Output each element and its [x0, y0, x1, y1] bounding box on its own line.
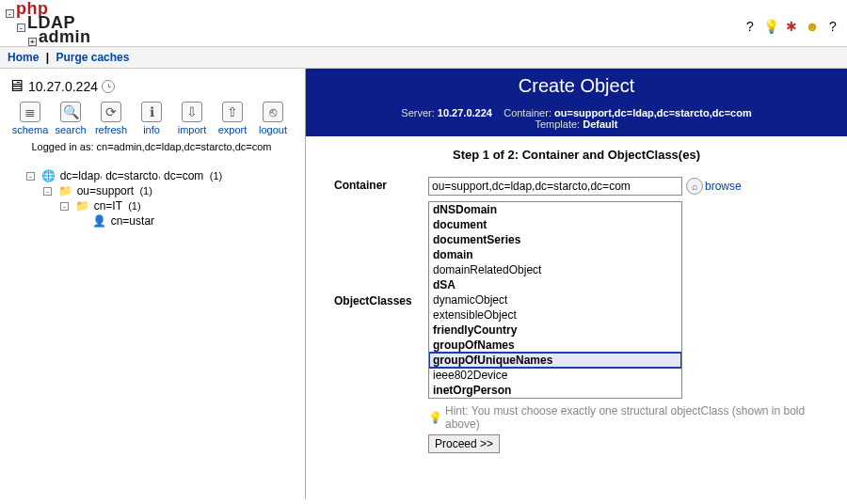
info-tool[interactable]: ℹinfo	[133, 102, 170, 135]
node-count: (1)	[128, 200, 140, 212]
top-bar: -php -LDAP +admin ? 💡 ✱ ☻ ?	[0, 0, 847, 46]
logout-tool[interactable]: ⎋logout	[254, 102, 292, 135]
search-tool[interactable]: 🔍search	[52, 102, 89, 135]
browse-icon[interactable]: ⌕	[686, 178, 703, 195]
clock-icon[interactable]	[102, 80, 115, 93]
tree-ou-support[interactable]: ou=support	[77, 184, 134, 197]
folder-icon: 📁	[75, 199, 88, 213]
objectclass-option[interactable]: friendlyCountry	[429, 323, 681, 338]
server-heading: 🖥 10.27.0.224	[4, 74, 299, 102]
schema-label: schema	[12, 124, 49, 135]
search-icon: 🔍	[60, 102, 81, 122]
login-dn: cn=admin,dc=ldap,dc=starcto,dc=com	[97, 141, 272, 152]
tree-root[interactable]: dc=ldap, dc=starcto, dc=com	[60, 169, 207, 182]
page-subtitle: Server: 10.27.0.224 Container: ou=suppor…	[306, 103, 847, 136]
bulb-icon[interactable]: 💡	[762, 19, 779, 36]
logout-icon: ⎋	[263, 102, 283, 122]
step-heading: Step 1 of 2: Container and ObjectClass(e…	[306, 136, 847, 177]
refresh-label: refresh	[95, 124, 127, 135]
right-pane: Create Object Server: 10.27.0.224 Contai…	[306, 69, 847, 499]
container-label: Container	[334, 177, 428, 192]
export-label: export	[218, 124, 248, 135]
objectclass-option[interactable]: ipHost	[429, 398, 681, 399]
schema-icon: ≣	[20, 102, 40, 122]
import-label: import	[178, 124, 207, 135]
objectclass-option[interactable]: dNSDomain	[429, 202, 681, 217]
tree-cn-it[interactable]: cn=IT	[94, 199, 122, 213]
question-icon[interactable]: ?	[824, 19, 841, 36]
login-line: Logged in as: cn=admin,dc=ldap,dc=starct…	[4, 137, 299, 158]
logo: -php -LDAP +admin	[6, 2, 91, 44]
export-icon: ⇧	[222, 102, 243, 122]
tree-cn-ustar[interactable]: cn=ustar	[111, 214, 154, 228]
breadcrumb-separator: |	[46, 51, 49, 64]
help-icon[interactable]: ?	[742, 19, 759, 36]
login-prefix: Logged in as:	[31, 141, 96, 152]
objectclass-option[interactable]: dynamicObject	[429, 292, 681, 307]
folder-icon: 📁	[58, 184, 72, 197]
objectclass-option[interactable]: domainRelatedObject	[429, 262, 681, 277]
objectclass-option[interactable]: groupOfUniqueNames	[429, 353, 681, 368]
expand-icon: +	[28, 38, 37, 46]
import-tool[interactable]: ⇩import	[173, 102, 211, 135]
objectclass-option[interactable]: dSA	[429, 277, 681, 292]
objectclasses-label: ObjectClasses	[334, 292, 428, 307]
objectclass-option[interactable]: extensibleObject	[429, 307, 681, 323]
left-pane: 🖥 10.27.0.224 ≣schema🔍search⟳refreshℹinf…	[0, 69, 306, 499]
expand-icon: -	[17, 24, 25, 32]
container-input[interactable]	[428, 177, 682, 196]
breadcrumb: Home | Purge caches	[0, 46, 847, 69]
ldap-tree: - 🌐 dc=ldap, dc=starcto, dc=com (1) - 📁 …	[4, 158, 299, 244]
proceed-button[interactable]: Proceed >>	[428, 434, 500, 453]
info-label: info	[143, 124, 160, 135]
purge-link[interactable]: Purge caches	[56, 51, 129, 64]
page-title: Create Object	[306, 69, 847, 103]
logo-admin: admin	[39, 27, 91, 46]
globe-icon: 🌐	[41, 169, 55, 182]
schema-tool[interactable]: ≣schema	[11, 102, 49, 135]
objectclass-option[interactable]: inetOrgPerson	[429, 383, 681, 398]
hint: 💡 Hint: You must choose exactly one stru…	[428, 404, 828, 431]
collapse-icon[interactable]: -	[26, 172, 35, 181]
refresh-icon: ⟳	[101, 102, 121, 122]
objectclass-option[interactable]: ieee802Device	[429, 368, 681, 383]
node-count: (1)	[210, 170, 222, 181]
server-icon: 🖥	[8, 76, 24, 96]
create-form: Container ⌕ browse ObjectClasses dNSDoma…	[306, 177, 847, 453]
collapse-icon[interactable]: -	[43, 187, 52, 196]
objectclass-option[interactable]: groupOfNames	[429, 338, 681, 353]
collapse-icon[interactable]: -	[60, 202, 69, 211]
logout-label: logout	[259, 124, 287, 135]
objectclass-option[interactable]: document	[429, 217, 681, 232]
objectclass-option[interactable]: documentSeries	[429, 232, 681, 247]
import-icon: ⇩	[182, 102, 202, 122]
objectclasses-list[interactable]: dNSDomaindocumentdocumentSeriesdomaindom…	[428, 201, 682, 399]
smiley-icon[interactable]: ☻	[804, 19, 821, 36]
search-label: search	[55, 124, 86, 135]
home-link[interactable]: Home	[8, 51, 39, 64]
info-icon: ℹ	[141, 102, 162, 122]
browse-link[interactable]: browse	[705, 180, 742, 193]
expand-icon: -	[6, 9, 14, 18]
toolbar: ≣schema🔍search⟳refreshℹinfo⇩import⇧expor…	[4, 102, 299, 137]
bulb-icon: 💡	[428, 411, 441, 424]
corner-icons: ? 💡 ✱ ☻ ?	[742, 2, 841, 36]
refresh-tool[interactable]: ⟳refresh	[92, 102, 130, 135]
bug-icon[interactable]: ✱	[783, 19, 800, 36]
hint-text: Hint: You must choose exactly one struct…	[445, 404, 828, 431]
objectclass-option[interactable]: domain	[429, 247, 681, 262]
export-tool[interactable]: ⇧export	[214, 102, 251, 135]
node-count: (1)	[139, 185, 152, 197]
person-icon: 👤	[92, 214, 105, 228]
server-ip: 10.27.0.224	[28, 79, 98, 94]
